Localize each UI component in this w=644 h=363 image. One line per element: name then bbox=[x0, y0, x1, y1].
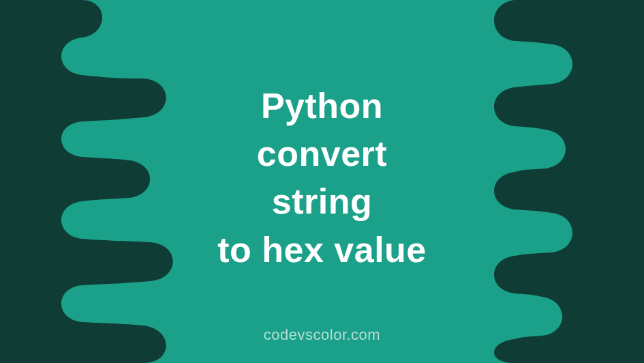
title-line-2: convert bbox=[0, 130, 644, 177]
title-line-1: Python bbox=[0, 82, 644, 130]
banner-title: Python convert string to hex value bbox=[0, 82, 644, 274]
title-line-3: string bbox=[0, 177, 644, 225]
title-line-4: to hex value bbox=[0, 226, 644, 274]
banner-canvas: Python convert string to hex value codev… bbox=[0, 0, 644, 363]
watermark-text: codevscolor.com bbox=[0, 326, 644, 344]
